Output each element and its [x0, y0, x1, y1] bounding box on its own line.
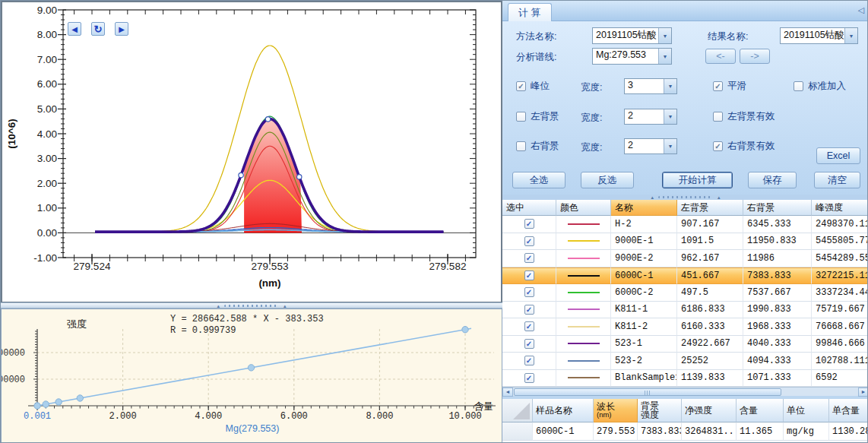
width3-combo[interactable]: 2 ▼	[624, 138, 677, 154]
start-calculation-button[interactable]: 开始计算	[662, 172, 733, 188]
column-header-0[interactable]: 选中	[502, 200, 556, 216]
series-color-swatch	[568, 377, 600, 378]
nav-right-button[interactable]: ▶	[115, 22, 128, 36]
select-all-button[interactable]: 全选	[512, 172, 565, 188]
series-color-swatch	[568, 292, 600, 293]
row-color-cell	[556, 302, 611, 319]
tab-calculate[interactable]: 计 算	[508, 3, 552, 21]
table-row[interactable]: ✓523-2252524094.333102788.111	[502, 353, 868, 370]
row-checkbox[interactable]: ✓	[524, 287, 534, 297]
row-checkbox[interactable]: ✓	[524, 356, 534, 365]
column-header-2[interactable]: 名称	[611, 200, 677, 216]
left-panel-splitter[interactable]: ▴ ▴	[1, 302, 502, 309]
result-column-header-2[interactable]: 背景强度	[638, 399, 682, 422]
row-left-bg-cell: 24922.667	[677, 336, 743, 353]
row-color-cell	[556, 216, 611, 233]
prev-result-button[interactable]: <-	[705, 49, 736, 64]
series-color-swatch	[568, 360, 600, 362]
row-peak-cell: 75719.667	[812, 302, 868, 319]
row-select-cell: ✓	[502, 267, 556, 285]
right-bg-valid-label: 右背景有效	[727, 140, 775, 153]
table-row[interactable]: ✓K811-16186.8331990.83375719.667	[502, 302, 868, 319]
svg-text:3.00: 3.00	[37, 153, 57, 164]
row-right-bg-cell: 4040.333	[743, 336, 812, 353]
scroll-right-icon[interactable]: ►	[858, 388, 868, 397]
table-row[interactable]: ✓9000E-2962.167119865454289.556	[502, 250, 868, 267]
chevron-down-icon[interactable]: ▼	[844, 28, 857, 43]
splitter-caret-icon: ▴	[718, 195, 721, 199]
result-name-combo[interactable]: 20191105钴酸 ▼	[780, 27, 858, 44]
column-header-4[interactable]: 右背景	[743, 200, 812, 216]
chevron-down-icon[interactable]: ▼	[664, 79, 676, 93]
result-column-header-5[interactable]: 单位	[784, 399, 829, 422]
svg-text:Mg(279.553): Mg(279.553)	[226, 423, 280, 434]
table-row[interactable]: ✓523-124922.6674040.33399846.666	[502, 336, 868, 353]
left-bg-checkbox[interactable]	[516, 112, 526, 122]
result-column-header-4[interactable]: 含量	[737, 399, 784, 422]
result-column-header-6[interactable]: 单含量	[829, 399, 868, 422]
table-row[interactable]: ✓H-2907.1676345.3332498370.111	[502, 216, 868, 233]
collapse-panel-icon[interactable]: ◁	[858, 5, 864, 15]
refresh-button[interactable]: ↻	[91, 22, 105, 36]
chevron-down-icon[interactable]: ▼	[658, 28, 671, 43]
nav-left-button[interactable]: ◀	[68, 22, 81, 36]
row-checkbox[interactable]: ✓	[524, 321, 534, 331]
left-bg-valid-checkbox[interactable]	[713, 112, 723, 122]
row-peak-cell: 76668.667	[812, 318, 868, 336]
right-bg-checkbox[interactable]	[516, 141, 526, 151]
corner-select-all-cell[interactable]	[502, 399, 533, 422]
save-button[interactable]: 保存	[748, 172, 797, 188]
analysis-line-combo[interactable]: Mg:279.553 ▼	[592, 48, 672, 65]
smooth-checkbox[interactable]: ✓	[713, 81, 723, 91]
width1-value: 3	[625, 79, 664, 93]
chevron-down-icon[interactable]: ▼	[658, 49, 671, 64]
table-row[interactable]: ✓6000C-2497.57537.6673337234.444	[502, 284, 868, 302]
right-bg-label: 右背景	[531, 140, 559, 153]
corner-triangle-icon	[513, 403, 530, 419]
row-right-bg-cell: 1968.333	[743, 318, 812, 336]
svg-text:含量: 含量	[474, 401, 493, 412]
row-checkbox[interactable]: ✓	[524, 373, 534, 383]
row-checkbox[interactable]: ✓	[524, 253, 534, 263]
table-row[interactable]: ✓K811-26160.3331968.33376668.667	[502, 318, 868, 336]
row-checkbox[interactable]: ✓	[524, 339, 534, 349]
std-add-checkbox[interactable]	[794, 81, 803, 91]
row-checkbox[interactable]: ✓	[524, 236, 534, 246]
method-name-combo[interactable]: 20191105钴酸 ▼	[592, 27, 672, 44]
clear-button[interactable]: 清空	[814, 172, 860, 188]
table-row[interactable]: ✓BlankSample11139.8331071.3336592	[502, 370, 868, 388]
nav-right-icon: ▶	[119, 25, 125, 33]
svg-text:-1.00: -1.00	[33, 252, 57, 264]
samples-table-hscrollbar[interactable]: ◄ ►	[502, 387, 868, 396]
right-panel-splitter[interactable]: ▴ ▴	[502, 195, 868, 200]
row-selector-cell[interactable]	[502, 422, 533, 441]
width2-combo[interactable]: 2 ▼	[624, 109, 677, 125]
scrollbar-thumb[interactable]	[514, 388, 781, 396]
row-checkbox[interactable]: ✓	[524, 219, 534, 229]
next-result-button[interactable]: ->	[740, 49, 770, 64]
table-row[interactable]: ✓9000E-11091.511950.8335455805.778	[502, 233, 868, 251]
result-column-header-1[interactable]: 波长(nm)	[594, 399, 638, 422]
method-name-value: 20191105钴酸	[593, 28, 658, 43]
scroll-left-icon[interactable]: ◄	[502, 388, 513, 397]
table-row[interactable]: ✓6000C-1451.6677383.8333272215.111	[502, 267, 868, 285]
row-right-bg-cell: 11950.833	[743, 233, 812, 251]
row-checkbox[interactable]: ✓	[524, 271, 534, 280]
result-table-row[interactable]: 6000C-1279.5537383.8333264831...11.365mg…	[502, 422, 868, 441]
svg-text:9.00: 9.00	[37, 5, 57, 16]
column-header-5[interactable]: 峰强度	[812, 200, 868, 216]
chevron-down-icon[interactable]: ▼	[664, 139, 676, 153]
excel-button[interactable]: Excel	[816, 147, 860, 164]
width1-combo[interactable]: 3 ▼	[624, 78, 677, 94]
column-header-3[interactable]: 左背景	[677, 200, 743, 216]
result-column-header-3[interactable]: 净强度	[682, 399, 737, 422]
column-header-1[interactable]: 颜色	[556, 200, 611, 216]
result-column-header-0[interactable]: 样品名称	[533, 399, 594, 422]
chevron-down-icon[interactable]: ▼	[664, 109, 676, 124]
right-bg-valid-checkbox[interactable]: ✓	[713, 141, 723, 151]
peak-pos-checkbox[interactable]: ✓	[516, 81, 526, 91]
row-select-cell: ✓	[502, 233, 556, 251]
row-select-cell: ✓	[502, 302, 556, 319]
invert-selection-button[interactable]: 反选	[581, 172, 634, 188]
row-checkbox[interactable]: ✓	[524, 305, 534, 315]
